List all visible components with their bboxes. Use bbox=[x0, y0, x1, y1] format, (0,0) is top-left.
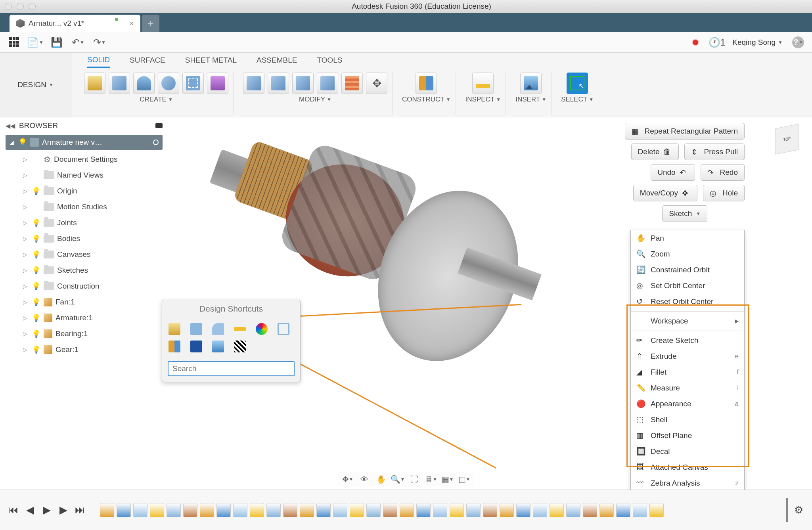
extrude-button[interactable] bbox=[133, 73, 155, 94]
timeline-feature[interactable] bbox=[616, 503, 630, 517]
timeline-feature[interactable] bbox=[400, 503, 414, 517]
expand-icon[interactable]: ▷ bbox=[23, 299, 29, 305]
close-tab-icon[interactable]: × bbox=[129, 19, 134, 28]
visibility-bulb-icon[interactable] bbox=[32, 250, 40, 259]
shortcut-offset-plane-icon[interactable] bbox=[169, 341, 180, 352]
browser-node[interactable]: ▷Armature:1 bbox=[6, 310, 163, 326]
inspect-button[interactable] bbox=[472, 73, 494, 94]
help-button[interactable]: ?▼ bbox=[792, 36, 804, 48]
shortcut-create-sketch-icon[interactable] bbox=[169, 323, 180, 335]
timeline-last-button[interactable]: ⏭ bbox=[74, 504, 86, 516]
tab-surface[interactable]: SURFACE bbox=[130, 56, 165, 67]
workspace-switcher[interactable]: DESIGN ▼ bbox=[0, 53, 71, 117]
repeat-pattern-button[interactable]: ▦Repeat Rectangular Pattern bbox=[625, 123, 745, 140]
document-tab[interactable]: Armatur... v2 v1* × bbox=[10, 15, 140, 32]
delete-button[interactable]: Delete🗑 bbox=[631, 144, 679, 160]
press-pull-button[interactable]: ⇕Press Pull bbox=[684, 144, 745, 160]
expand-icon[interactable]: ▷ bbox=[23, 204, 29, 210]
file-menu-button[interactable]: 📄▼ bbox=[29, 36, 41, 48]
timeline-feature[interactable] bbox=[649, 503, 664, 517]
tab-solid[interactable]: SOLID bbox=[87, 55, 110, 68]
menu-item[interactable]: 🔲Decal bbox=[631, 444, 744, 459]
insert-button[interactable] bbox=[520, 73, 542, 94]
shortcuts-search-input[interactable] bbox=[168, 361, 295, 376]
create-sketch-button[interactable] bbox=[84, 73, 105, 94]
timeline-feature[interactable] bbox=[316, 503, 331, 517]
timeline-feature[interactable] bbox=[133, 503, 147, 517]
construct-button[interactable] bbox=[416, 73, 437, 94]
revolve-button[interactable] bbox=[158, 73, 179, 94]
visibility-bulb-icon[interactable] bbox=[32, 298, 40, 306]
timeline-feature[interactable] bbox=[250, 503, 264, 517]
viewcube[interactable]: TOP bbox=[769, 121, 805, 157]
visibility-bulb-icon[interactable] bbox=[32, 329, 40, 338]
timeline-feature[interactable] bbox=[383, 503, 397, 517]
tab-sheet-metal[interactable]: SHEET METAL bbox=[185, 56, 237, 67]
create-form-button[interactable] bbox=[109, 73, 130, 94]
timeline-feature[interactable] bbox=[216, 503, 231, 517]
expand-icon[interactable]: ▷ bbox=[23, 346, 29, 353]
expand-icon[interactable]: ▷ bbox=[23, 220, 29, 226]
loft-button[interactable] bbox=[207, 73, 228, 94]
visibility-bulb-icon[interactable] bbox=[32, 345, 40, 354]
tab-assemble[interactable]: ASSEMBLE bbox=[257, 56, 297, 67]
browser-node[interactable]: ▷Sketches bbox=[6, 262, 163, 278]
press-pull-button[interactable] bbox=[243, 73, 264, 94]
menu-item[interactable]: 📏Measurei bbox=[631, 380, 744, 396]
sketch-dropdown-button[interactable]: Sketch ▼ bbox=[662, 205, 707, 222]
move-button[interactable]: ✥ bbox=[366, 73, 387, 94]
timeline-feature[interactable] bbox=[266, 503, 281, 517]
menu-set-orbit[interactable]: ◎Set Orbit Center bbox=[631, 278, 744, 294]
nav-display-icon[interactable]: 🖥▼ bbox=[425, 474, 437, 485]
shortcut-canvas-icon[interactable] bbox=[212, 341, 224, 352]
nav-pan-icon[interactable]: ✋ bbox=[375, 474, 387, 485]
expand-icon[interactable]: ▷ bbox=[23, 235, 29, 242]
visibility-bulb-icon[interactable] bbox=[32, 266, 40, 275]
expand-icon[interactable]: ▷ bbox=[23, 251, 29, 258]
menu-workspace[interactable]: Workspace bbox=[631, 313, 744, 329]
visibility-bulb-icon[interactable] bbox=[32, 282, 40, 291]
shortcut-appearance-icon[interactable] bbox=[256, 323, 268, 335]
timeline-feature[interactable] bbox=[200, 503, 214, 517]
visibility-bulb-icon[interactable] bbox=[18, 138, 27, 147]
browser-node[interactable]: ▷Construction bbox=[6, 278, 163, 294]
browser-node[interactable]: ▷Canvases bbox=[6, 247, 163, 262]
browser-node[interactable]: ▷Named Views bbox=[6, 167, 163, 183]
timeline-next-button[interactable]: ▶ bbox=[57, 504, 70, 516]
shortcut-shell-icon[interactable] bbox=[278, 323, 289, 335]
shortcut-extrude-icon[interactable] bbox=[190, 323, 202, 335]
timeline-feature[interactable] bbox=[150, 503, 164, 517]
nav-zoom-icon[interactable]: 🔍▼ bbox=[392, 474, 403, 485]
menu-item[interactable]: ⬚Shell bbox=[631, 412, 744, 428]
menu-item[interactable]: 🔴Appearancea bbox=[631, 396, 744, 412]
expand-icon[interactable]: ▷ bbox=[23, 283, 29, 289]
timeline-feature[interactable] bbox=[233, 503, 247, 517]
minimize-window-icon[interactable] bbox=[17, 3, 24, 10]
timeline-feature[interactable] bbox=[167, 503, 181, 517]
timeline-feature[interactable] bbox=[466, 503, 481, 517]
save-button[interactable]: 💾 bbox=[51, 36, 63, 48]
nav-look-icon[interactable]: 👁 bbox=[359, 474, 370, 485]
browser-node[interactable]: ▷Joints bbox=[6, 215, 163, 231]
sweep-button[interactable] bbox=[182, 73, 204, 94]
select-button[interactable]: ↖ bbox=[567, 73, 588, 94]
timeline-feature[interactable] bbox=[350, 503, 364, 517]
menu-item[interactable]: ◢Filletf bbox=[631, 364, 744, 380]
timeline-feature[interactable] bbox=[283, 503, 297, 517]
visibility-bulb-icon[interactable] bbox=[32, 234, 40, 243]
timeline-feature[interactable] bbox=[633, 503, 647, 517]
timeline-feature[interactable] bbox=[599, 503, 614, 517]
redo-button[interactable]: ↷▼ bbox=[94, 36, 105, 48]
timeline-feature[interactable] bbox=[550, 503, 564, 517]
menu-zoom[interactable]: 🔍Zoom bbox=[631, 246, 744, 262]
visibility-bulb-icon[interactable] bbox=[32, 187, 40, 195]
timeline-play-button[interactable]: ▶ bbox=[40, 504, 53, 516]
activate-component-radio[interactable] bbox=[153, 140, 159, 145]
timeline-feature[interactable] bbox=[100, 503, 114, 517]
data-panel-button[interactable] bbox=[8, 36, 20, 48]
browser-node[interactable]: ▷Motion Studies bbox=[6, 199, 163, 215]
menu-item[interactable]: 🖼Attached Canvas bbox=[631, 459, 744, 475]
expand-icon[interactable]: ▷ bbox=[23, 188, 29, 194]
visibility-bulb-icon[interactable] bbox=[32, 314, 40, 322]
shortcut-zebra-icon[interactable] bbox=[234, 341, 246, 352]
